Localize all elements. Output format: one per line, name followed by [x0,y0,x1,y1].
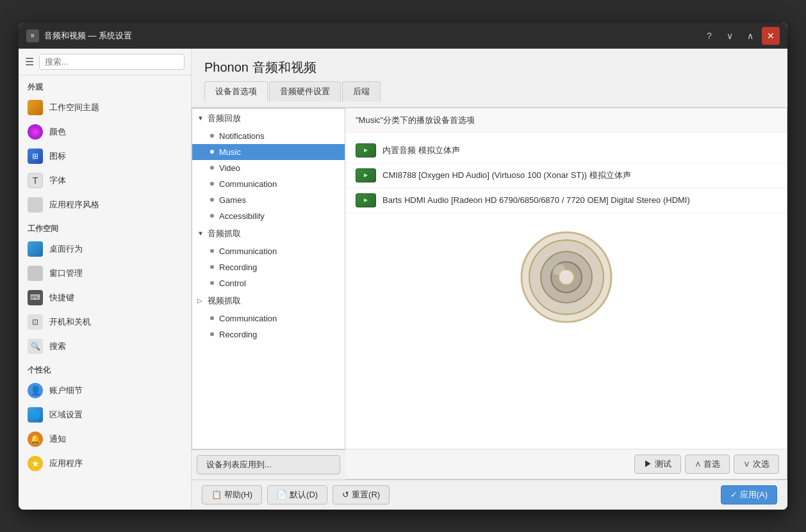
sidebar-item-label: 开机和关机 [49,316,91,328]
sidebar-item-label: 应用程序风格 [49,199,99,211]
help-button[interactable]: ? [700,27,718,45]
default-button[interactable]: 📄 默认(D) [267,485,327,504]
expand-arrow-audio-capture: ▼ [197,230,205,237]
tree-item-communication-pb[interactable]: Communication [192,176,345,192]
apply-icon: ✓ [730,490,737,499]
speaker-illustration [515,226,618,328]
content-area: Phonon 音频和视频 设备首选项 音频硬件设置 后端 ▼ [192,49,787,510]
video-capture-label: 视频抓取 [208,295,241,307]
sidebar-item-icons[interactable]: ⊞ 图标 [19,144,191,168]
sidebar: ☰ 外观 工作空间主题 颜色 ⊞ 图标 T 字体 [19,49,192,510]
device-icon-3 [356,193,376,207]
notify-icon: 🔔 [28,431,43,447]
titlebar: ≡ 音频和视频 — 系统设置 ? ∨ ∧ ✕ [19,23,787,49]
color-icon [28,124,43,140]
tree-item-communication-vid[interactable]: Communication [192,310,345,326]
video-capture-header[interactable]: ▷ 视频抓取 [192,291,345,310]
tree-dot-communication-vid [210,316,214,320]
footer-right: ✓ 应用(A) [721,485,777,504]
sidebar-item-label: 快捷键 [49,292,74,303]
startup-icon: ⊡ [28,314,43,330]
device-item-1[interactable]: 内置音频 模拟立体声 [345,138,787,163]
sidebar-item-font[interactable]: T 字体 [19,168,191,193]
hamburger-icon[interactable]: ☰ [25,56,34,68]
device-list: 内置音频 模拟立体声 CMI8788 [Oxygen HD Audio] (Vi… [345,133,787,449]
tree-section-audio-capture: ▼ 音频抓取 Communication Recording [192,224,345,291]
prefer-button[interactable]: ∧ 首选 [685,455,730,474]
device-label-3: Barts HDMI Audio [Radeon HD 6790/6850/68… [382,195,690,205]
tree-dot-communication-pb [210,182,214,186]
region-icon: 🌐 [28,407,43,423]
sidebar-item-appstyle[interactable]: 应用程序风格 [19,193,191,217]
help-icon: 📋 [211,490,222,499]
test-button[interactable]: ▶ 测试 [634,455,681,474]
account-icon: 👤 [28,383,43,398]
sidebar-item-apps[interactable]: ★ 应用程序 [19,451,191,476]
tree-item-games[interactable]: Games [192,192,345,208]
right-panel-bottom: ▶ 测试 ∧ 首选 ∨ 次选 [345,449,787,479]
sidebar-item-account[interactable]: 👤 账户细节 [19,378,191,403]
help-button-footer[interactable]: 📋 帮助(H) [202,485,262,504]
main-window: ≡ 音频和视频 — 系统设置 ? ∨ ∧ ✕ ☰ 外观 工作空间主题 [19,23,787,510]
sidebar-item-workspace-theme[interactable]: 工作空间主题 [19,95,191,120]
device-item-2[interactable]: CMI8788 [Oxygen HD Audio] (Virtuoso 100 … [345,163,787,188]
tree-item-accessibility[interactable]: Accessibility [192,208,345,224]
apply-device-list-button[interactable]: 设备列表应用到... [197,455,340,474]
tree-section-audio-playback: ▼ 音频回放 Notifications Music [192,109,345,224]
audio-playback-header[interactable]: ▼ 音频回放 [192,109,345,128]
audio-capture-label: 音频抓取 [208,228,241,239]
device-label-2: CMI8788 [Oxygen HD Audio] (Virtuoso 100 … [382,170,631,181]
sidebar-item-notify[interactable]: 🔔 通知 [19,427,191,451]
reset-icon: ↺ [342,490,349,499]
deselect-button[interactable]: ∨ 次选 [734,455,779,474]
tree-dot-video [210,166,214,170]
sidebar-item-label: 区域设置 [49,409,83,421]
tree-dot-accessibility [210,214,214,218]
apply-button[interactable]: ✓ 应用(A) [721,485,777,504]
sidebar-item-search[interactable]: 🔍 搜索 [19,334,191,359]
tree-item-music[interactable]: Music [192,144,345,160]
tree-item-video[interactable]: Video [192,160,345,176]
window-title: 音频和视频 — 系统设置 [44,30,132,42]
tree-item-control[interactable]: Control [192,275,345,291]
tree-bottom: 设备列表应用到... [192,449,345,480]
minimize-alt-button[interactable]: ∨ [721,27,739,45]
font-icon: T [28,173,43,188]
main-area: ☰ 外观 工作空间主题 颜色 ⊞ 图标 T 字体 [19,49,787,510]
tree-dot-recording-vid [210,332,214,336]
sidebar-item-window[interactable]: 窗口管理 [19,261,191,286]
sidebar-item-desktop[interactable]: 桌面行为 [19,237,191,261]
tree-item-recording[interactable]: Recording [192,259,345,275]
sidebar-item-label: 应用程序 [49,458,83,469]
tree-item-notifications[interactable]: Notifications [192,128,345,144]
sidebar-item-label: 颜色 [49,126,66,138]
tab-backend[interactable]: 后端 [342,81,381,102]
tab-device-prefs[interactable]: 设备首选项 [204,81,268,102]
close-button[interactable]: ✕ [762,27,780,45]
sidebar-header: ☰ [19,49,191,76]
speaker-illustration-container [345,213,787,341]
device-item-3[interactable]: Barts HDMI Audio [Radeon HD 6790/6850/68… [345,188,787,213]
sidebar-item-startup[interactable]: ⊡ 开机和关机 [19,310,191,334]
sidebar-item-region[interactable]: 🌐 区域设置 [19,403,191,427]
tree-item-communication-cap[interactable]: Communication [192,243,345,259]
reset-button[interactable]: ↺ 重置(R) [333,485,390,504]
apps-icon: ★ [28,456,43,471]
default-icon: 📄 [277,490,287,499]
audio-playback-label: 音频回放 [208,113,241,124]
tree-dot-control [210,281,214,285]
sidebar-item-label: 搜索 [49,341,66,352]
tab-audio-hw[interactable]: 音频硬件设置 [269,81,341,102]
desktop-icon [28,241,43,257]
tree-dot-recording [210,265,214,269]
footer-left: 📋 帮助(H) 📄 默认(D) ↺ 重置(R) [202,485,390,504]
minimize-button[interactable]: ∧ [741,27,759,45]
tree-item-recording-vid[interactable]: Recording [192,326,345,343]
search-input[interactable] [39,54,185,70]
expand-arrow-video-capture: ▷ [197,297,205,304]
sidebar-item-label: 窗口管理 [49,268,83,279]
sidebar-item-label: 账户细节 [49,385,83,396]
sidebar-item-shortcut[interactable]: ⌨ 快捷键 [19,286,191,310]
audio-capture-header[interactable]: ▼ 音频抓取 [192,224,345,243]
sidebar-item-color[interactable]: 颜色 [19,120,191,144]
